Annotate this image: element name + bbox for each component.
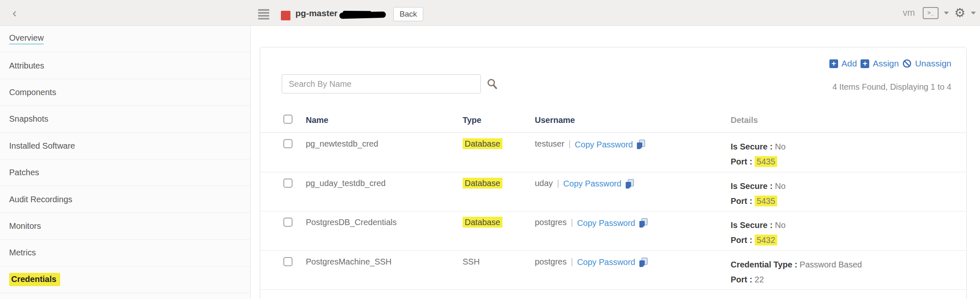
sidebar-nav: Overview Attributes Components Snapshots… <box>0 26 251 299</box>
sidebar-item-overview[interactable]: Overview <box>0 26 250 52</box>
items-found-summary: 4 Items Found, Displaying 1 to 4 <box>832 82 951 92</box>
select-all-checkbox[interactable] <box>283 115 293 124</box>
assign-button[interactable]: + Assign <box>861 59 899 69</box>
credential-name: pg_uday_testdb_cred <box>306 179 463 211</box>
copy-password-link[interactable]: Copy Password <box>575 139 646 150</box>
header-details: Details <box>731 115 966 125</box>
copy-password-link[interactable]: Copy Password <box>577 257 649 268</box>
add-plus-icon: + <box>829 59 838 68</box>
sidebar-item-monitors[interactable]: Monitors <box>0 213 250 240</box>
header-type[interactable]: Type <box>463 115 535 125</box>
ban-icon <box>902 59 912 68</box>
table-body: pg_newtestdb_cred Database testuser | Co… <box>260 133 966 290</box>
credential-username: postgres <box>535 218 567 227</box>
back-button[interactable]: Back <box>393 7 423 21</box>
credential-type: Database <box>463 218 535 250</box>
copy-password-link[interactable]: Copy Password <box>563 179 635 189</box>
credential-username: uday <box>535 179 553 188</box>
credential-actions: + Add + Assign Unassign <box>829 59 951 69</box>
gear-icon[interactable]: ⚙ <box>954 7 965 19</box>
credential-username: testuser <box>535 139 564 149</box>
add-button[interactable]: + Add <box>829 59 857 69</box>
credential-type: Database <box>463 139 535 172</box>
copy-icon <box>636 139 646 150</box>
settings-dropdown-caret-icon[interactable] <box>971 12 976 15</box>
sidebar-item-installed-software[interactable]: Installed Software <box>0 133 250 159</box>
search-icon[interactable] <box>486 78 498 90</box>
unassign-button[interactable]: Unassign <box>902 59 951 69</box>
redacted-host-address <box>339 12 386 19</box>
vm-label: vm <box>903 7 915 18</box>
sidebar-item-credentials[interactable]: Credentials <box>0 267 250 293</box>
sidebar-item-attributes[interactable]: Attributes <box>0 52 250 79</box>
menu-icon[interactable] <box>258 9 269 21</box>
row-checkbox[interactable] <box>283 179 293 188</box>
terminal-icon[interactable]: >_ <box>923 7 939 19</box>
monitor-status-icon <box>281 11 290 20</box>
top-bar: ‹ pg-master Back vm >_ ⚙ <box>0 0 980 26</box>
credential-username: postgres <box>535 257 567 267</box>
row-checkbox[interactable] <box>283 257 293 266</box>
copy-password-link[interactable]: Copy Password <box>577 218 649 228</box>
row-checkbox[interactable] <box>283 139 293 148</box>
collapse-chevron-icon[interactable]: ‹ <box>12 7 21 19</box>
row-checkbox[interactable] <box>283 218 293 227</box>
sidebar-item-snapshots[interactable]: Snapshots <box>0 106 250 132</box>
credential-details: Is Secure : No Port : 5435 <box>731 139 966 172</box>
monitor-title: pg-master <box>295 8 338 18</box>
sidebar-item-patches[interactable]: Patches <box>0 159 250 186</box>
copy-icon <box>638 257 649 268</box>
copy-icon <box>624 179 635 189</box>
credential-name: pg_newtestdb_cred <box>306 139 463 172</box>
separator: | <box>568 139 570 149</box>
credential-details: Is Secure : No Port : 5432 <box>731 218 966 250</box>
credential-details: Is Secure : No Port : 5435 <box>731 179 966 211</box>
sidebar-item-metrics[interactable]: Metrics <box>0 240 250 266</box>
sidebar-item-components[interactable]: Components <box>0 79 250 106</box>
table-row: pg_uday_testdb_cred Database uday | Copy… <box>260 172 966 212</box>
credential-name: PostgresMachine_SSH <box>306 257 463 290</box>
credential-type: SSH <box>463 257 535 290</box>
header-username[interactable]: Username <box>535 115 731 125</box>
separator: | <box>557 179 559 188</box>
credential-details: Credential Type : Password Based Port : … <box>731 257 966 290</box>
sidebar-item-audit-recordings[interactable]: Audit Recordings <box>0 186 250 213</box>
copy-icon <box>638 218 649 228</box>
assign-plus-icon: + <box>861 59 869 68</box>
table-row: pg_newtestdb_cred Database testuser | Co… <box>260 133 966 172</box>
separator: | <box>571 218 573 227</box>
separator: | <box>571 257 573 267</box>
search-input[interactable] <box>282 74 481 93</box>
header-name[interactable]: Name <box>306 115 463 125</box>
table-row: PostgresDB_Credentials Database postgres… <box>260 211 966 251</box>
credential-type: Database <box>463 179 535 211</box>
credential-name: PostgresDB_Credentials <box>306 218 463 250</box>
credentials-panel: + Add + Assign Unassign 4 Items Found, D… <box>260 47 967 299</box>
terminal-dropdown-caret-icon[interactable] <box>944 12 949 15</box>
table-row: PostgresMachine_SSH SSH postgres | Copy … <box>260 251 966 290</box>
table-header-row: Name Type Username Details <box>260 108 966 133</box>
